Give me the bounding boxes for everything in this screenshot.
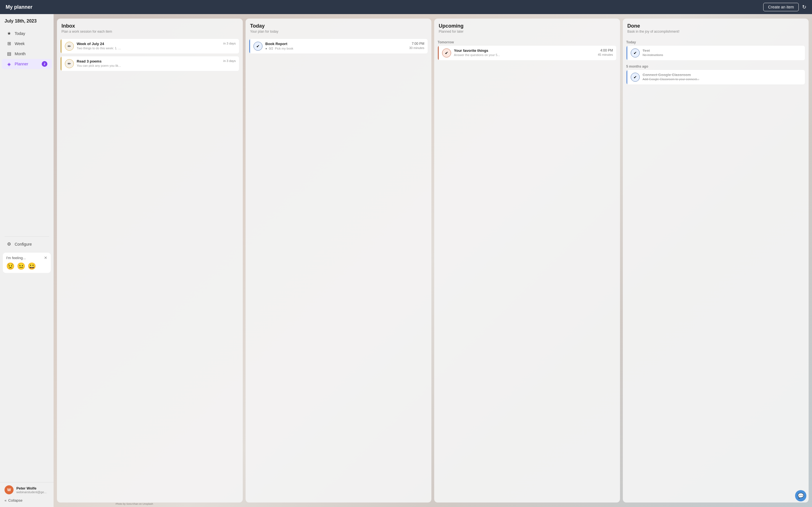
table-row[interactable]: ✔ Book Report ● 0/2 Pick my book 7: — [249, 39, 428, 54]
sidebar-bottom: W Peter Wolfe webinarstudent@ge... « Col… — [0, 482, 54, 507]
inbox-header: Inbox Plan a work session for each item — [57, 18, 243, 36]
user-text: Peter Wolfe webinarstudent@ge... — [16, 486, 47, 494]
feeling-emoji-happy[interactable]: 😀 — [28, 262, 36, 270]
sidebar-divider — [4, 236, 49, 237]
today-task-1-desc: Pick my book — [275, 47, 293, 50]
upcoming-task-1-inner: ✔ Your favorite things Answer the questi… — [439, 46, 616, 60]
feeling-emojis: 😟 😐 😀 — [6, 262, 47, 270]
topbar: My planner Create an item ↻ — [0, 0, 812, 14]
user-info: W Peter Wolfe webinarstudent@ge... — [4, 485, 49, 494]
done-section-today-label: Today — [626, 39, 805, 45]
user-name: Peter Wolfe — [16, 486, 47, 490]
planner-badge: 2 — [42, 61, 47, 67]
upcoming-task-1-title: Your favorite things — [454, 48, 595, 53]
create-item-button[interactable]: Create an item — [763, 3, 799, 11]
today-task-1-duration: 30 minutes — [409, 46, 424, 50]
table-row[interactable]: ✔ Test No instructions — [626, 45, 805, 61]
feeling-emoji-neutral[interactable]: 😐 — [17, 262, 26, 270]
inbox-task-1-due: in 3 days — [223, 42, 236, 45]
upcoming-task-1-icon: ✔ — [442, 48, 451, 57]
collapse-chevron-icon: « — [4, 498, 6, 503]
inbox-task-1-inner: ✏ Week of July 24 Two things to do this … — [61, 39, 239, 54]
sidebar-item-today[interactable]: ★ Today — [2, 29, 52, 38]
sidebar-item-month[interactable]: ▤ Month — [2, 49, 52, 59]
main-layout: July 18th, 2023 ★ Today ⊞ Week ▤ Month ◈… — [0, 14, 812, 507]
done-task-1-content: Test No instructions — [643, 48, 802, 57]
refresh-button[interactable]: ↻ — [802, 4, 806, 10]
done-task-1-title: Test — [643, 48, 802, 53]
done-title: Done — [627, 23, 804, 29]
configure-item[interactable]: ⚙ Configure — [2, 239, 52, 249]
table-row[interactable]: ✏ Week of July 24 Two things to do this … — [60, 39, 239, 54]
inbox-task-2-icon: ✏ — [65, 59, 74, 68]
today-task-1-right: 7:00 PM 30 minutes — [409, 42, 424, 50]
upcoming-body: Tomorrow ✔ Your favorite things Answer t… — [434, 36, 620, 503]
done-task-1-icon: ✔ — [631, 48, 640, 57]
upcoming-task-1-time: 4:00 PM — [598, 48, 613, 52]
feeling-title: I'm feeling... — [6, 256, 26, 260]
upcoming-task-1-content: Your favorite things Answer the question… — [454, 48, 595, 57]
today-task-1-check-label: 0/2 — [269, 47, 273, 50]
upcoming-task-1-duration: 45 minutes — [598, 53, 613, 56]
today-task-1-check: ● — [265, 47, 267, 50]
done-task-2-inner: ✔ Connect Google Classroom Add Google Cl… — [627, 70, 805, 84]
chat-bubble-button[interactable]: 💬 — [795, 490, 806, 501]
user-email: webinarstudent@ge... — [16, 490, 47, 494]
today-column: Today Your plan for today ✔ Book Report … — [246, 18, 432, 503]
done-task-2-content: Connect Google Classroom Add Google Clas… — [643, 73, 802, 81]
done-body: Today ✔ Test No instructions 5 months ag… — [623, 36, 809, 503]
inbox-task-1-desc: Two things to do this week: 1. ... — [77, 47, 220, 50]
inbox-column: Inbox Plan a work session for each item … — [57, 18, 243, 503]
upcoming-header: Upcoming Planned for later — [434, 18, 620, 36]
configure-icon: ⚙ — [6, 241, 12, 247]
table-row[interactable]: ✏ Read 3 poems You can pick any poem you… — [60, 56, 239, 71]
inbox-subtitle: Plan a work session for each item — [61, 30, 238, 34]
today-task-1-icon: ✔ — [253, 42, 262, 51]
inbox-body: ✏ Week of July 24 Two things to do this … — [57, 36, 243, 503]
app-title: My planner — [6, 4, 33, 10]
month-icon: ▤ — [6, 51, 12, 56]
inbox-task-2-desc: You can pick any poem you lik... — [77, 64, 220, 67]
inbox-task-2-inner: ✏ Read 3 poems You can pick any poem you… — [61, 56, 239, 71]
done-task-1-desc: No instructions — [643, 53, 802, 57]
today-task-1-content: Book Report ● 0/2 Pick my book — [265, 42, 406, 50]
sidebar-date: July 18th, 2023 — [0, 18, 54, 28]
feeling-close-button[interactable]: ✕ — [44, 256, 47, 260]
upcoming-task-1-desc: Answer the questions on your 5... — [454, 53, 595, 57]
table-row[interactable]: ✔ Connect Google Classroom Add Google Cl… — [626, 69, 805, 85]
sidebar-item-week-label: Week — [15, 41, 25, 46]
today-header: Today Your plan for today — [246, 18, 432, 36]
upcoming-task-1-right: 4:00 PM 45 minutes — [598, 48, 613, 56]
inbox-task-1-title: Week of July 24 — [77, 42, 220, 46]
done-task-2-title: Connect Google Classroom — [643, 73, 802, 77]
today-task-1-time: 7:00 PM — [409, 42, 424, 46]
star-icon: ★ — [6, 31, 12, 36]
feeling-emoji-sad[interactable]: 😟 — [6, 262, 15, 270]
sidebar: July 18th, 2023 ★ Today ⊞ Week ▤ Month ◈… — [0, 14, 54, 507]
done-header: Done Bask in the joy of accomplishment! — [623, 18, 809, 36]
done-subtitle: Bask in the joy of accomplishment! — [627, 30, 804, 34]
planner-icon: ◈ — [6, 61, 12, 67]
week-icon: ⊞ — [6, 41, 12, 46]
inbox-task-1-icon: ✏ — [65, 42, 74, 51]
upcoming-column: Upcoming Planned for later Tomorrow ✔ Yo… — [434, 18, 620, 503]
chat-icon: 💬 — [798, 493, 804, 499]
columns-wrapper: Inbox Plan a work session for each item … — [54, 14, 812, 507]
collapse-button[interactable]: « Collapse — [4, 497, 22, 504]
avatar: W — [4, 485, 13, 494]
inbox-task-2-title: Read 3 poems — [77, 59, 220, 63]
sidebar-item-week[interactable]: ⊞ Week — [2, 39, 52, 48]
sidebar-item-planner-label: Planner — [15, 62, 28, 66]
today-task-1-inner: ✔ Book Report ● 0/2 Pick my book 7: — [250, 39, 428, 54]
done-section-old-label: 5 months ago — [626, 63, 805, 69]
sidebar-item-planner[interactable]: ◈ Planner 2 — [2, 59, 52, 69]
done-column: Done Bask in the joy of accomplishment! … — [623, 18, 809, 503]
configure-label: Configure — [15, 242, 32, 246]
done-task-2-desc: Add Google Classroom to your connect... — [643, 77, 802, 81]
sidebar-item-today-label: Today — [15, 31, 25, 36]
sidebar-nav: ★ Today ⊞ Week ▤ Month ◈ Planner 2 — [0, 28, 54, 234]
today-body: ✔ Book Report ● 0/2 Pick my book 7: — [246, 36, 432, 503]
inbox-task-2-right: in 3 days — [223, 59, 236, 62]
table-row[interactable]: ✔ Your favorite things Answer the questi… — [438, 45, 617, 61]
inbox-task-2-due: in 3 days — [223, 59, 236, 62]
